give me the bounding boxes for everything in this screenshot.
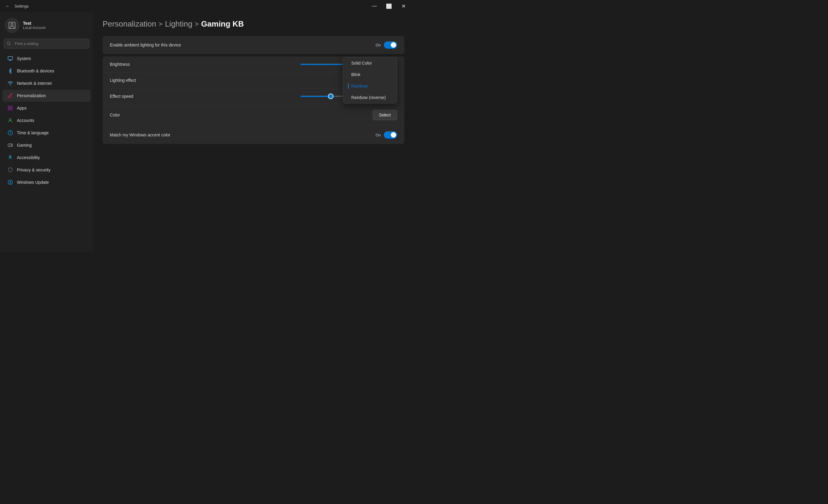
sidebar-item-network[interactable]: Network & internet: [2, 77, 90, 89]
dropdown-rainbow-label: Rainbow: [351, 84, 368, 88]
svg-rect-8: [8, 106, 10, 108]
svg-rect-9: [11, 106, 12, 108]
sidebar-item-system[interactable]: System: [2, 52, 90, 65]
ambient-section: Enable ambient lighting for this device …: [102, 36, 404, 54]
search-icon: [7, 41, 11, 46]
accessibility-icon: [7, 155, 13, 161]
accent-color-row: Match my Windows accent color On: [102, 126, 404, 144]
accent-color-label: Match my Windows accent color: [110, 132, 170, 137]
svg-point-19: [10, 156, 11, 156]
sidebar-item-apps[interactable]: Apps: [2, 102, 90, 114]
user-info: Test Local Account: [23, 21, 46, 30]
system-icon: [7, 55, 13, 61]
ambient-toggle-wrap: On: [376, 41, 397, 49]
privacy-icon: [7, 167, 13, 173]
accent-state: On: [376, 133, 381, 137]
settings-section: Brightness Lighting effect Solid Color B: [102, 56, 404, 144]
title-bar-left: ← Settings: [4, 2, 29, 10]
bluetooth-icon: [7, 68, 13, 74]
app-title: Settings: [14, 4, 29, 8]
back-button[interactable]: ←: [4, 2, 11, 10]
sidebar-item-label-personalization: Personalization: [17, 93, 46, 98]
maximize-button[interactable]: ⬜: [382, 1, 396, 11]
main-layout: Test Local Account SystemBluetooth & dev…: [0, 12, 414, 252]
breadcrumb-lighting[interactable]: Lighting: [165, 19, 193, 29]
sidebar-item-label-system: System: [17, 56, 31, 61]
sidebar-item-label-time: Time & language: [17, 130, 49, 135]
dropdown-solid-label: Solid Color: [351, 61, 372, 66]
dropdown-rainbow-indicator: [348, 83, 349, 89]
apps-icon: [7, 105, 13, 111]
search-box: [4, 39, 89, 49]
lighting-effect-row: Lighting effect Solid Color Blink Rainbo…: [102, 73, 404, 88]
accounts-icon: [7, 117, 13, 123]
window-controls: — ⬜ ✕: [368, 1, 410, 11]
dropdown-solid-color[interactable]: Solid Color: [343, 57, 397, 69]
nav-list: SystemBluetooth & devicesNetwork & inter…: [0, 52, 93, 188]
accent-color-toggle[interactable]: [384, 131, 397, 138]
sidebar: Test Local Account SystemBluetooth & dev…: [0, 12, 93, 252]
accent-toggle-track: [384, 131, 397, 138]
svg-line-3: [10, 44, 10, 45]
svg-point-2: [7, 42, 10, 44]
color-row: Color Select: [102, 104, 404, 126]
effect-speed-label: Effect speed: [110, 94, 133, 99]
minimize-button[interactable]: —: [368, 1, 381, 11]
user-account-type: Local Account: [23, 26, 46, 30]
lighting-effect-label: Lighting effect: [110, 78, 136, 83]
sidebar-item-label-accessibility: Accessibility: [17, 155, 40, 160]
accent-toggle-wrap: On: [376, 131, 397, 138]
ambient-row: Enable ambient lighting for this device …: [102, 36, 404, 54]
breadcrumb-sep-2: >: [195, 20, 199, 28]
ambient-toggle[interactable]: [384, 41, 397, 49]
sidebar-item-time[interactable]: Time & language: [2, 127, 90, 139]
dropdown-blink[interactable]: Blink: [343, 69, 397, 80]
sidebar-item-label-gaming: Gaming: [17, 143, 32, 148]
svg-point-7: [10, 85, 10, 85]
sidebar-item-label-accounts: Accounts: [17, 118, 34, 123]
lighting-effect-dropdown: Solid Color Blink Rainbow Rainbow (rever…: [343, 57, 397, 103]
svg-point-1: [11, 23, 13, 25]
user-section: Test Local Account: [0, 12, 93, 37]
ambient-toggle-track: [384, 41, 397, 49]
dropdown-rainbow-reverse[interactable]: Rainbow (reverse): [343, 92, 397, 103]
svg-rect-11: [11, 109, 12, 110]
sidebar-item-label-privacy: Privacy & security: [17, 168, 50, 172]
sidebar-item-gaming[interactable]: Gaming: [2, 139, 90, 151]
breadcrumb-current: Gaming KB: [201, 19, 244, 29]
sidebar-item-update[interactable]: Windows Update: [2, 176, 90, 188]
sidebar-item-accounts[interactable]: Accounts: [2, 114, 90, 126]
time-icon: [7, 130, 13, 136]
breadcrumb-personalization[interactable]: Personalization: [102, 19, 156, 29]
personalization-icon: [7, 93, 13, 99]
sidebar-item-personalization[interactable]: Personalization: [2, 90, 90, 102]
search-input[interactable]: [4, 39, 89, 49]
network-icon: [7, 80, 13, 86]
breadcrumb: Personalization > Lighting > Gaming KB: [102, 19, 404, 29]
svg-rect-4: [8, 56, 13, 60]
color-select-button[interactable]: Select: [373, 110, 397, 120]
sidebar-item-accessibility[interactable]: Accessibility: [2, 152, 90, 164]
dropdown-rainbow-reverse-indicator: [348, 95, 349, 100]
dropdown-blink-label: Blink: [351, 72, 360, 77]
breadcrumb-sep-1: >: [159, 20, 163, 28]
ambient-label: Enable ambient lighting for this device: [110, 43, 181, 47]
sidebar-item-privacy[interactable]: Privacy & security: [2, 164, 90, 176]
sidebar-item-label-network: Network & internet: [17, 81, 52, 86]
avatar: [5, 18, 19, 33]
svg-rect-10: [8, 109, 10, 110]
gaming-icon: [7, 142, 13, 148]
color-label: Color: [110, 113, 120, 117]
sidebar-item-label-update: Windows Update: [17, 180, 49, 185]
user-name: Test: [23, 21, 46, 26]
svg-point-12: [9, 119, 11, 120]
sidebar-item-bluetooth[interactable]: Bluetooth & devices: [2, 65, 90, 77]
dropdown-blink-indicator: [348, 72, 349, 77]
dropdown-rainbow[interactable]: Rainbow: [343, 80, 397, 92]
ambient-state: On: [376, 43, 381, 47]
sidebar-item-label-apps: Apps: [17, 106, 27, 111]
brightness-label: Brightness: [110, 62, 130, 67]
svg-point-18: [11, 145, 12, 146]
dropdown-solid-indicator: [348, 60, 349, 66]
close-button[interactable]: ✕: [397, 1, 410, 11]
